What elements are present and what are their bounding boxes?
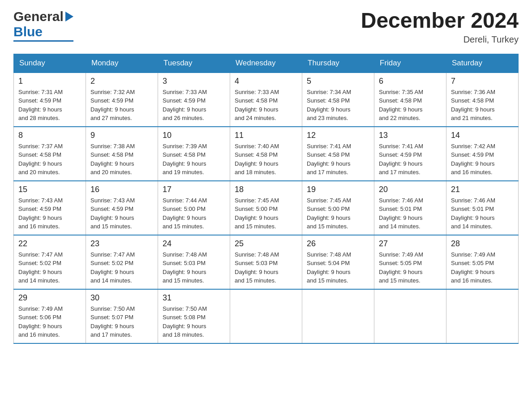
day-number: 11 [235,131,297,140]
day-number: 5 [307,77,369,86]
day-info: Sunrise: 7:49 AM Sunset: 5:05 PM Dayligh… [451,250,514,285]
calendar-cell [302,289,374,343]
day-info: Sunrise: 7:33 AM Sunset: 4:58 PM Dayligh… [235,88,297,123]
day-number: 16 [90,185,153,194]
day-number: 10 [163,131,225,140]
day-number: 19 [307,185,369,194]
calendar-cell: 8 Sunrise: 7:37 AM Sunset: 4:58 PM Dayli… [14,127,86,181]
month-year-title: December 2024 [361,9,519,33]
calendar-cell: 29 Sunrise: 7:49 AM Sunset: 5:06 PM Dayl… [14,289,86,343]
day-number: 22 [18,239,81,248]
calendar-cell: 19 Sunrise: 7:45 AM Sunset: 5:00 PM Dayl… [302,181,374,235]
day-info: Sunrise: 7:45 AM Sunset: 5:00 PM Dayligh… [235,196,297,231]
day-number: 27 [379,239,442,248]
day-number: 26 [307,239,369,248]
calendar-cell: 12 Sunrise: 7:41 AM Sunset: 4:58 PM Dayl… [302,127,374,181]
day-info: Sunrise: 7:41 AM Sunset: 4:58 PM Dayligh… [307,142,369,177]
day-info: Sunrise: 7:50 AM Sunset: 5:08 PM Dayligh… [163,304,225,339]
title-section: December 2024 Dereli, Turkey [361,9,519,45]
calendar-cell [230,289,302,343]
day-info: Sunrise: 7:47 AM Sunset: 5:02 PM Dayligh… [90,250,153,285]
calendar-cell: 20 Sunrise: 7:46 AM Sunset: 5:01 PM Dayl… [374,181,446,235]
weekday-header-friday: Friday [374,54,446,73]
day-info: Sunrise: 7:48 AM Sunset: 5:04 PM Dayligh… [307,250,369,285]
day-number: 28 [451,239,514,248]
calendar-week-row-2: 8 Sunrise: 7:37 AM Sunset: 4:58 PM Dayli… [14,127,519,181]
calendar-cell: 28 Sunrise: 7:49 AM Sunset: 5:05 PM Dayl… [446,235,519,289]
day-number: 17 [163,185,225,194]
weekday-header-thursday: Thursday [302,54,374,73]
weekday-header-tuesday: Tuesday [158,54,230,73]
day-info: Sunrise: 7:41 AM Sunset: 4:59 PM Dayligh… [379,142,442,177]
weekday-header-monday: Monday [86,54,158,73]
day-number: 31 [163,293,225,303]
day-info: Sunrise: 7:48 AM Sunset: 5:03 PM Dayligh… [235,250,297,285]
day-number: 20 [379,185,442,194]
calendar-cell: 30 Sunrise: 7:50 AM Sunset: 5:07 PM Dayl… [86,289,158,343]
day-number: 15 [18,185,81,194]
day-number: 2 [90,77,153,86]
day-info: Sunrise: 7:43 AM Sunset: 4:59 PM Dayligh… [90,196,153,231]
day-number: 8 [18,131,81,140]
calendar-cell [446,289,519,343]
calendar-cell: 25 Sunrise: 7:48 AM Sunset: 5:03 PM Dayl… [230,235,302,289]
day-info: Sunrise: 7:34 AM Sunset: 4:58 PM Dayligh… [307,88,369,123]
calendar-cell [374,289,446,343]
day-number: 13 [379,131,442,140]
day-info: Sunrise: 7:47 AM Sunset: 5:02 PM Dayligh… [18,250,81,285]
calendar-cell: 15 Sunrise: 7:43 AM Sunset: 4:59 PM Dayl… [14,181,86,235]
day-info: Sunrise: 7:40 AM Sunset: 4:58 PM Dayligh… [235,142,297,177]
day-info: Sunrise: 7:39 AM Sunset: 4:58 PM Dayligh… [163,142,225,177]
day-number: 29 [18,293,81,303]
calendar-cell: 27 Sunrise: 7:49 AM Sunset: 5:05 PM Dayl… [374,235,446,289]
day-number: 1 [18,77,81,86]
day-info: Sunrise: 7:38 AM Sunset: 4:58 PM Dayligh… [90,142,153,177]
svg-marker-0 [65,12,73,21]
day-info: Sunrise: 7:37 AM Sunset: 4:58 PM Dayligh… [18,142,81,177]
logo: General Blue [13,9,73,42]
day-number: 12 [307,131,369,140]
weekday-header-saturday: Saturday [446,54,519,73]
weekday-header-row: SundayMondayTuesdayWednesdayThursdayFrid… [14,54,519,73]
calendar-cell: 5 Sunrise: 7:34 AM Sunset: 4:58 PM Dayli… [302,73,374,127]
day-number: 25 [235,239,297,248]
day-number: 23 [90,239,153,248]
page-header: General Blue December 2024 Dereli, Turke… [13,9,519,45]
calendar-week-row-1: 1 Sunrise: 7:31 AM Sunset: 4:59 PM Dayli… [14,73,519,127]
calendar-cell: 26 Sunrise: 7:48 AM Sunset: 5:04 PM Dayl… [302,235,374,289]
calendar-cell: 10 Sunrise: 7:39 AM Sunset: 4:58 PM Dayl… [158,127,230,181]
calendar-week-row-4: 22 Sunrise: 7:47 AM Sunset: 5:02 PM Dayl… [14,235,519,289]
calendar-cell: 22 Sunrise: 7:47 AM Sunset: 5:02 PM Dayl… [14,235,86,289]
calendar-week-row-3: 15 Sunrise: 7:43 AM Sunset: 4:59 PM Dayl… [14,181,519,235]
day-info: Sunrise: 7:33 AM Sunset: 4:59 PM Dayligh… [163,88,225,123]
day-info: Sunrise: 7:43 AM Sunset: 4:59 PM Dayligh… [18,196,81,231]
day-info: Sunrise: 7:49 AM Sunset: 5:05 PM Dayligh… [379,250,442,285]
weekday-header-sunday: Sunday [14,54,86,73]
day-number: 24 [163,239,225,248]
calendar-cell: 16 Sunrise: 7:43 AM Sunset: 4:59 PM Dayl… [86,181,158,235]
day-info: Sunrise: 7:48 AM Sunset: 5:03 PM Dayligh… [163,250,225,285]
calendar-cell: 13 Sunrise: 7:41 AM Sunset: 4:59 PM Dayl… [374,127,446,181]
logo-triangle-icon [65,12,73,23]
location-subtitle: Dereli, Turkey [361,34,519,45]
day-number: 21 [451,185,514,194]
calendar-cell: 7 Sunrise: 7:36 AM Sunset: 4:58 PM Dayli… [446,73,519,127]
day-info: Sunrise: 7:36 AM Sunset: 4:58 PM Dayligh… [451,88,514,123]
day-number: 3 [163,77,225,86]
calendar-cell: 6 Sunrise: 7:35 AM Sunset: 4:58 PM Dayli… [374,73,446,127]
day-info: Sunrise: 7:50 AM Sunset: 5:07 PM Dayligh… [90,304,153,339]
day-info: Sunrise: 7:35 AM Sunset: 4:58 PM Dayligh… [379,88,442,123]
logo-blue-text: Blue [13,24,43,39]
calendar-cell: 21 Sunrise: 7:46 AM Sunset: 5:01 PM Dayl… [446,181,519,235]
day-info: Sunrise: 7:46 AM Sunset: 5:01 PM Dayligh… [379,196,442,231]
calendar-cell: 1 Sunrise: 7:31 AM Sunset: 4:59 PM Dayli… [14,73,86,127]
calendar-cell: 9 Sunrise: 7:38 AM Sunset: 4:58 PM Dayli… [86,127,158,181]
calendar-cell: 17 Sunrise: 7:44 AM Sunset: 5:00 PM Dayl… [158,181,230,235]
day-info: Sunrise: 7:49 AM Sunset: 5:06 PM Dayligh… [18,304,81,339]
calendar-cell: 4 Sunrise: 7:33 AM Sunset: 4:58 PM Dayli… [230,73,302,127]
day-info: Sunrise: 7:31 AM Sunset: 4:59 PM Dayligh… [18,88,81,123]
calendar-week-row-5: 29 Sunrise: 7:49 AM Sunset: 5:06 PM Dayl… [14,289,519,343]
day-number: 7 [451,77,514,86]
calendar-cell: 23 Sunrise: 7:47 AM Sunset: 5:02 PM Dayl… [86,235,158,289]
day-number: 14 [451,131,514,140]
